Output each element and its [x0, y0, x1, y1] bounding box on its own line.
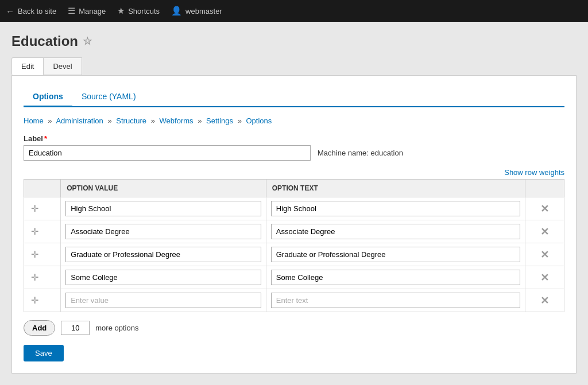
add-button[interactable]: Add — [24, 320, 55, 336]
table-row: ✛✕ — [24, 289, 564, 312]
drag-handle-icon[interactable]: ✛ — [29, 204, 41, 213]
tab-devel[interactable]: Devel — [43, 57, 82, 75]
star-icon: ★ — [117, 6, 125, 16]
manage-link[interactable]: ☰ Manage — [68, 6, 106, 16]
breadcrumb-structure[interactable]: Structure — [116, 116, 146, 125]
table-row: ✛✕ — [24, 266, 564, 289]
webmaster-label: webmaster — [185, 7, 222, 15]
show-row-weights-link[interactable]: Show row weights — [504, 168, 564, 177]
admin-bar: ← Back to site ☰ Manage ★ Shortcuts 👤 we… — [0, 0, 588, 22]
label-field-label: Label* — [24, 134, 564, 143]
option-value-input[interactable] — [65, 270, 261, 285]
remove-row-button[interactable]: ✕ — [538, 273, 551, 283]
col-header-option-text: OPTION TEXT — [266, 180, 525, 197]
more-options-label: more options — [95, 324, 138, 332]
option-value-input[interactable] — [65, 293, 261, 308]
manage-label: Manage — [79, 7, 106, 15]
required-indicator: * — [44, 134, 47, 143]
breadcrumb-options[interactable]: Options — [246, 116, 272, 125]
back-to-site-label: Back to site — [18, 7, 56, 15]
remove-row-button[interactable]: ✕ — [538, 204, 551, 214]
user-icon: 👤 — [171, 6, 182, 16]
option-text-input[interactable] — [271, 247, 521, 262]
remove-row-button[interactable]: ✕ — [538, 250, 551, 260]
option-text-input[interactable] — [271, 270, 521, 285]
options-table: OPTION VALUE OPTION TEXT ✛✕✛✕✛✕✛✕✛✕ — [24, 179, 564, 312]
col-header-remove — [525, 180, 564, 197]
tab-options[interactable]: Options — [24, 87, 72, 107]
webmaster-link[interactable]: 👤 webmaster — [171, 6, 222, 16]
label-row: Machine name: education — [24, 145, 564, 161]
main-content: Education ☆ Edit Devel Options Source (Y… — [0, 22, 588, 374]
page-title: Education — [11, 33, 78, 49]
add-row: Add more options — [24, 320, 564, 336]
drag-handle-icon[interactable]: ✛ — [29, 273, 41, 282]
table-row: ✛✕ — [24, 197, 564, 220]
form-panel: Options Source (YAML) Home » Administrat… — [11, 75, 577, 374]
shortcuts-label: Shortcuts — [128, 7, 160, 15]
table-row: ✛✕ — [24, 220, 564, 243]
save-button[interactable]: Save — [24, 345, 64, 361]
secondary-tabs: Options Source (YAML) — [24, 87, 564, 107]
menu-icon: ☰ — [68, 6, 75, 16]
option-text-input[interactable] — [271, 201, 521, 216]
col-header-drag — [24, 180, 61, 197]
breadcrumb: Home » Administration » Structure » Webf… — [24, 116, 564, 125]
breadcrumb-home[interactable]: Home — [24, 116, 44, 125]
show-row-weights: Show row weights — [24, 168, 564, 177]
primary-tabs: Edit Devel — [11, 57, 577, 75]
breadcrumb-webforms[interactable]: Webforms — [160, 116, 194, 125]
tab-source-yaml[interactable]: Source (YAML) — [72, 87, 145, 107]
tab-edit[interactable]: Edit — [11, 57, 44, 75]
remove-row-button[interactable]: ✕ — [538, 295, 551, 306]
drag-handle-icon[interactable]: ✛ — [29, 250, 41, 259]
breadcrumb-administration[interactable]: Administration — [56, 116, 103, 125]
option-text-input[interactable] — [271, 293, 521, 308]
shortcuts-link[interactable]: ★ Shortcuts — [117, 6, 160, 16]
back-arrow-icon: ← — [6, 6, 14, 16]
favorite-icon[interactable]: ☆ — [83, 35, 92, 48]
col-header-option-value: OPTION VALUE — [61, 180, 266, 197]
machine-name: Machine name: education — [318, 149, 403, 157]
more-options-count-input[interactable] — [61, 321, 90, 335]
drag-handle-icon[interactable]: ✛ — [29, 295, 41, 305]
option-value-input[interactable] — [65, 224, 261, 239]
label-input[interactable] — [24, 145, 311, 161]
drag-handle-icon[interactable]: ✛ — [29, 227, 41, 236]
remove-row-button[interactable]: ✕ — [538, 227, 551, 237]
table-row: ✛✕ — [24, 243, 564, 266]
back-to-site-link[interactable]: ← Back to site — [6, 6, 56, 16]
save-area: Save — [24, 345, 564, 361]
option-text-input[interactable] — [271, 224, 521, 239]
page-title-row: Education ☆ — [11, 33, 577, 49]
option-value-input[interactable] — [65, 201, 261, 216]
option-value-input[interactable] — [65, 247, 261, 262]
breadcrumb-settings[interactable]: Settings — [206, 116, 233, 125]
